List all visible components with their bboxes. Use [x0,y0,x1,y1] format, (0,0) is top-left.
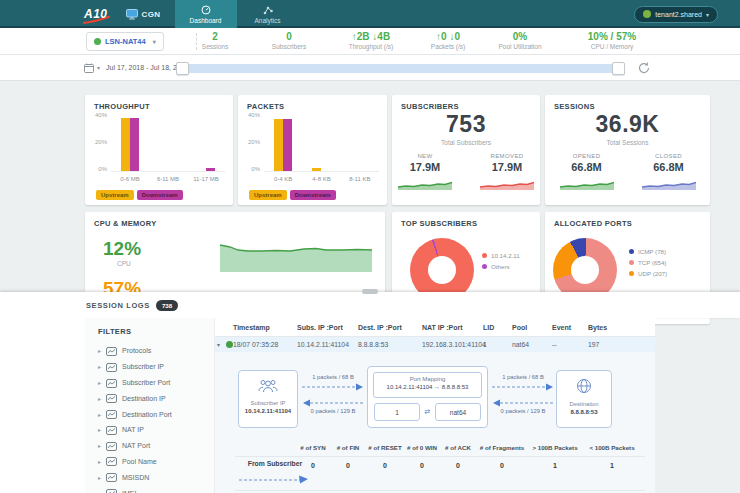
lid-pool-row: 1 ⇄ nat64 [373,403,482,421]
bar-group [264,115,302,171]
filter-item-nat-port[interactable]: ▸NAT Port [85,438,214,454]
chevron-down-icon: ▾ [706,11,709,18]
session-metrics: OPENED66.8MCLOSED66.8M [545,153,710,194]
filter-item-protocols[interactable]: ▸Protocols [85,343,214,359]
expand-caret-icon[interactable]: ▸ [98,411,101,418]
session-logs-panel: SESSION LOGS 738 FILTERS ▸Protocols▸Subs… [0,292,740,493]
column-header[interactable]: Dest. IP :Port [358,324,402,331]
x-axis: 0-4 KB4-8 KB8-11 KB [264,176,379,182]
subscriber-box: Subscriber IP 10.14.2.11:41104 [238,370,298,428]
legend-item-upstream[interactable]: Upstream [249,190,287,200]
column-header[interactable]: Subs. IP :Port [297,324,343,331]
tenant-name: tenant2.shared [655,11,702,18]
table-cell: -- [552,341,557,348]
table-row[interactable]: ▾ 18/07 07:35:2810.14.2.11:411048.8.8.8:… [215,337,655,352]
forward-traffic-label: 1 packets / 68 B [302,374,364,380]
expand-caret-icon[interactable]: ▸ [98,395,101,402]
expand-caret-icon[interactable]: ▸ [98,490,101,493]
packet-stat-header: # of FIN [337,444,360,451]
column-header[interactable]: Bytes [588,324,607,331]
packet-stat-value: 0 [383,462,387,469]
time-slider-track[interactable] [183,64,619,73]
y-axis: 40%20%0% [87,112,107,172]
filter-item-pool-name[interactable]: ▸Pool Name [85,454,214,470]
filter-item-imei[interactable]: ▸IMEI [85,485,214,493]
time-slider-handle-left[interactable] [176,62,189,75]
bar-upstream [121,118,130,171]
expand-caret-icon[interactable]: ▾ [217,341,220,348]
metric-sparkline [480,175,534,194]
metric-label: OPENED [560,153,614,159]
chart-icon [106,394,117,403]
total-sessions-value: 36.9K [545,111,710,138]
filter-item-subscriber-port[interactable]: ▸Subscriber Port [85,375,214,391]
column-header[interactable]: Event [552,324,571,331]
card-title: SUBSCRIBERS [401,102,459,111]
legend-item-downstream[interactable]: Downstream [290,190,336,200]
legend-label: UDP (207) [638,270,667,277]
packet-stat-value: 0 [500,462,504,469]
card-title: ALLOCATED PORTS [554,219,632,228]
calendar-icon[interactable] [84,63,94,73]
stat-subscribers: 0Subscribers [272,31,306,50]
column-header[interactable]: Pool [512,324,527,331]
filter-item-destination-ip[interactable]: ▸Destination IP [85,390,214,406]
divider [235,456,645,457]
tab-label: Dashboard [190,17,222,24]
filter-item-destination-port[interactable]: ▸Destination Port [85,406,214,422]
stat-value: 10% / 57% [588,31,636,42]
packet-stat-value: 0 [346,462,350,469]
stat-value: 0% [499,31,542,42]
sparkline [480,175,534,190]
cgn-dashboard: A10 CGN DashboardAnalytics tenant2.share… [0,0,740,493]
filter-label: Protocols [122,347,151,354]
tab-analytics[interactable]: Analytics [237,0,299,28]
stat-sessions: 2Sessions [202,31,228,50]
expand-caret-icon[interactable]: ▸ [98,474,101,481]
expand-caret-icon[interactable]: ▸ [98,458,101,465]
time-slider-handle-right[interactable] [612,62,625,75]
legend-dot [629,249,634,254]
from-subscriber-label: From Subscriber [237,460,313,467]
filter-label: IMEI [122,490,136,493]
nav-tabs: DashboardAnalytics [175,0,299,28]
chart-icon [106,484,117,493]
column-header[interactable]: Timestamp [233,324,270,331]
app-selector-dropdown[interactable]: LSN-NAT44 ▾ [86,32,164,51]
filter-item-nat-ip[interactable]: ▸NAT IP [85,422,214,438]
y-axis: 40%20%0% [240,112,260,172]
stat-value: 0 [272,31,306,42]
drag-handle[interactable] [362,289,378,294]
filter-item-subscriber-ip[interactable]: ▸Subscriber IP [85,359,214,375]
throughput-card: THROUGHPUT 40%20%0% 0-6 MB6-11 MB11-17 M… [85,95,233,205]
expand-caret-icon[interactable]: ▸ [98,347,101,354]
column-header[interactable]: NAT IP :Port [422,324,463,331]
expand-caret-icon[interactable]: ▸ [98,363,101,370]
expand-caret-icon[interactable]: ▸ [98,442,101,449]
arrow-right-icon [302,383,364,391]
filters-title: FILTERS [98,327,214,336]
chevron-down-icon[interactable]: ▾ [97,64,100,71]
stat-label: Sessions [202,43,228,50]
cpu-area-chart [220,238,372,272]
filter-list: ▸Protocols▸Subscriber IP▸Subscriber Port… [85,343,214,493]
filter-label: NAT IP [122,426,144,433]
legend-item-upstream[interactable]: Upstream [96,190,134,200]
tenant-selector[interactable]: tenant2.shared ▾ [634,6,718,23]
legend-label: TCP (654) [638,259,666,266]
column-header[interactable]: LID [483,324,494,331]
arrow-right-icon [492,383,554,391]
metric-label: REMOVED [480,153,534,159]
subscribers-icon [239,378,297,397]
bar-group [149,115,187,171]
expand-caret-icon[interactable]: ▸ [98,379,101,386]
tab-dashboard[interactable]: Dashboard [175,0,237,28]
top-nav-bar: A10 CGN DashboardAnalytics tenant2.share… [0,0,740,28]
expand-caret-icon[interactable]: ▸ [98,426,101,433]
a10-logo: A10 [84,0,108,28]
refresh-icon[interactable] [638,62,650,74]
flow-direction-arrow-icon [239,474,309,484]
filter-item-msisdn[interactable]: ▸MSISDN [85,469,214,485]
legend-item-downstream[interactable]: Downstream [137,190,183,200]
session-logs-header[interactable]: SESSION LOGS 738 [0,292,740,318]
